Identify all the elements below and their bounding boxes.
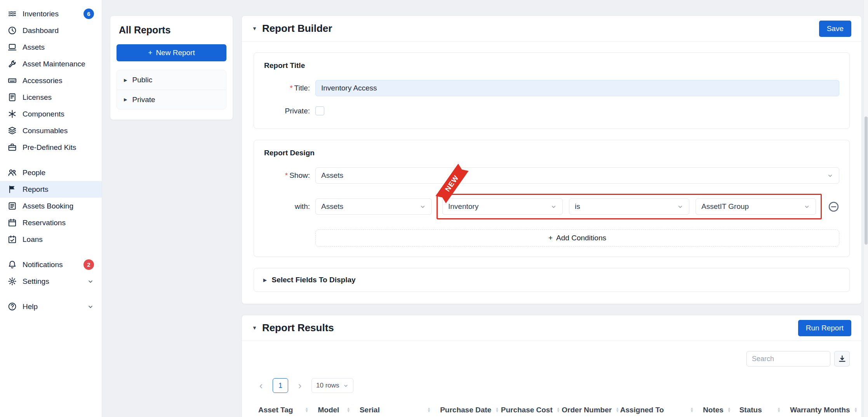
- sidebar-item-settings[interactable]: Settings: [0, 273, 102, 290]
- sidebar-item-consumables[interactable]: Consumables: [0, 122, 102, 139]
- caret-right-icon: ▶: [124, 78, 127, 83]
- layers-icon: [8, 126, 17, 135]
- sort-icon[interactable]: ▲▼: [553, 407, 560, 413]
- report-group-label: Public: [132, 76, 152, 84]
- sidebar-item-loans[interactable]: Loans: [0, 231, 102, 248]
- sidebar-item-accessories[interactable]: Accessories: [0, 72, 102, 89]
- sort-icon[interactable]: ▲▼: [773, 407, 781, 413]
- sort-icon[interactable]: ▲▼: [850, 407, 858, 413]
- plus-icon: +: [548, 234, 553, 242]
- show-field-row: *Show: Assets: [264, 167, 839, 184]
- column-header-warranty-months[interactable]: Warranty Months▲▼: [785, 398, 850, 417]
- sidebar-item-notifications[interactable]: Notifications 2: [0, 256, 102, 273]
- sidebar-item-label: Licenses: [23, 93, 52, 102]
- column-header-model[interactable]: Model▲▼: [313, 398, 355, 417]
- report-results-card: ▼ Report Results Run Report ‹ 1 › 10 row…: [242, 315, 862, 417]
- sidebar-item-label: Asset Maintenance: [23, 60, 85, 68]
- wrench-icon: [8, 59, 17, 68]
- search-input[interactable]: [746, 351, 830, 367]
- required-mark: *: [290, 84, 292, 92]
- page-scrollbar[interactable]: [863, 0, 868, 417]
- sort-icon[interactable]: ▲▼: [343, 407, 350, 413]
- sort-icon[interactable]: ▲▼: [423, 407, 431, 413]
- condition-operator-select[interactable]: is: [569, 198, 689, 215]
- sidebar-item-label: Consumables: [23, 127, 68, 135]
- sidebar-item-reservations[interactable]: Reservations: [0, 214, 102, 231]
- sidebar-item-label: Loans: [23, 235, 43, 244]
- show-select[interactable]: Assets: [315, 167, 839, 184]
- column-header-purchase-date[interactable]: Purchase Date▲▼: [435, 398, 496, 417]
- sidebar-item-reports[interactable]: Reports: [0, 181, 102, 198]
- report-results-title: Report Results: [262, 322, 334, 334]
- sidebar-item-label: Dashboard: [23, 26, 59, 35]
- with-select[interactable]: Assets: [315, 198, 432, 215]
- search-row: [254, 351, 850, 367]
- sort-icon[interactable]: ▲▼: [724, 407, 731, 413]
- condition-field-select[interactable]: Inventory: [442, 198, 563, 215]
- save-button[interactable]: Save: [819, 21, 851, 37]
- sidebar-item-components[interactable]: Components: [0, 106, 102, 122]
- sidebar-group-gap: [0, 290, 102, 298]
- scrollbar-thumb[interactable]: [865, 116, 868, 245]
- column-header-status[interactable]: Status▲▼: [735, 398, 785, 417]
- sidebar-item-label: Assets: [23, 43, 45, 52]
- page-number-button[interactable]: 1: [273, 378, 288, 393]
- next-page-button[interactable]: ›: [293, 379, 306, 393]
- column-header-purchase-cost[interactable]: Purchase Cost▲▼: [496, 398, 557, 417]
- private-checkbox[interactable]: [315, 106, 324, 115]
- laptop-icon: [8, 43, 17, 52]
- chevron-down-icon: [343, 383, 349, 389]
- chevron-down-icon: [87, 278, 94, 285]
- sidebar-item-people[interactable]: People: [0, 164, 102, 181]
- plus-icon: +: [148, 49, 152, 57]
- column-header-notes[interactable]: Notes▲▼: [698, 398, 735, 417]
- report-group-public[interactable]: ▶ Public: [117, 70, 226, 90]
- components-icon: [8, 109, 17, 118]
- column-header-order-number[interactable]: Order Number▲▼: [557, 398, 615, 417]
- collapse-caret-icon[interactable]: ▼: [252, 325, 257, 331]
- column-header-assigned-to[interactable]: Assigned To▲▼: [616, 398, 698, 417]
- sidebar-item-label: Assets Booking: [23, 202, 73, 210]
- sidebar-group-gap: [0, 248, 102, 256]
- sidebar-item-help[interactable]: Help: [0, 298, 102, 315]
- sidebar-item-assets-booking[interactable]: Assets Booking: [0, 198, 102, 214]
- previous-page-button[interactable]: ‹: [254, 379, 268, 393]
- collapse-caret-icon[interactable]: ▼: [252, 26, 257, 31]
- sort-icon[interactable]: ▲▼: [301, 407, 308, 413]
- title-input[interactable]: [315, 80, 839, 96]
- sidebar: Inventories 6 Dashboard Assets Asset Mai…: [0, 0, 102, 417]
- flag-icon: [8, 185, 17, 194]
- select-fields-toggle[interactable]: ▶ Select Fields To Display: [254, 268, 850, 292]
- add-conditions-button[interactable]: + Add Conditions: [315, 229, 839, 247]
- sidebar-item-licenses[interactable]: Licenses: [0, 89, 102, 106]
- all-reports-panel: All Reports + New Report ▶ Public ▶ Priv…: [110, 16, 233, 120]
- sort-icon[interactable]: ▲▼: [612, 407, 619, 413]
- condition-value-select[interactable]: AssetIT Group: [696, 198, 816, 215]
- sidebar-item-label: Inventories: [23, 10, 59, 18]
- chevron-down-icon: [419, 203, 426, 210]
- remove-condition-button[interactable]: [828, 201, 839, 212]
- rows-per-page-select[interactable]: 10 rows: [311, 378, 353, 393]
- sidebar-item-pre-defined-kits[interactable]: Pre-Defined Kits: [0, 139, 102, 156]
- download-button[interactable]: [834, 351, 850, 367]
- run-report-button[interactable]: Run Report: [798, 320, 851, 336]
- sort-icon[interactable]: ▲▼: [491, 407, 499, 413]
- report-design-heading: Report Design: [264, 149, 839, 157]
- report-title-section: Report Title *Title: Private:: [254, 52, 850, 129]
- report-group-private[interactable]: ▶ Private: [117, 90, 226, 109]
- sidebar-item-assets[interactable]: Assets: [0, 39, 102, 56]
- sidebar-item-dashboard[interactable]: Dashboard: [0, 22, 102, 39]
- column-header-asset-tag[interactable]: Asset Tag▲▼: [254, 398, 313, 417]
- report-title-heading: Report Title: [264, 61, 839, 70]
- report-builder-body: Report Title *Title: Private: Report Des…: [242, 42, 861, 304]
- sidebar-item-asset-maintenance[interactable]: Asset Maintenance: [0, 56, 102, 72]
- sidebar-item-inventories[interactable]: Inventories 6: [0, 5, 102, 22]
- report-group-label: Private: [132, 96, 155, 104]
- sidebar-item-label: Notifications: [23, 261, 63, 269]
- sidebar-item-label: Reports: [23, 185, 49, 194]
- column-header-serial[interactable]: Serial▲▼: [355, 398, 435, 417]
- sidebar-item-label: Reservations: [23, 219, 66, 227]
- sidebar-item-label: Help: [23, 302, 38, 311]
- sort-icon[interactable]: ▲▼: [686, 407, 694, 413]
- new-report-button[interactable]: + New Report: [117, 44, 226, 61]
